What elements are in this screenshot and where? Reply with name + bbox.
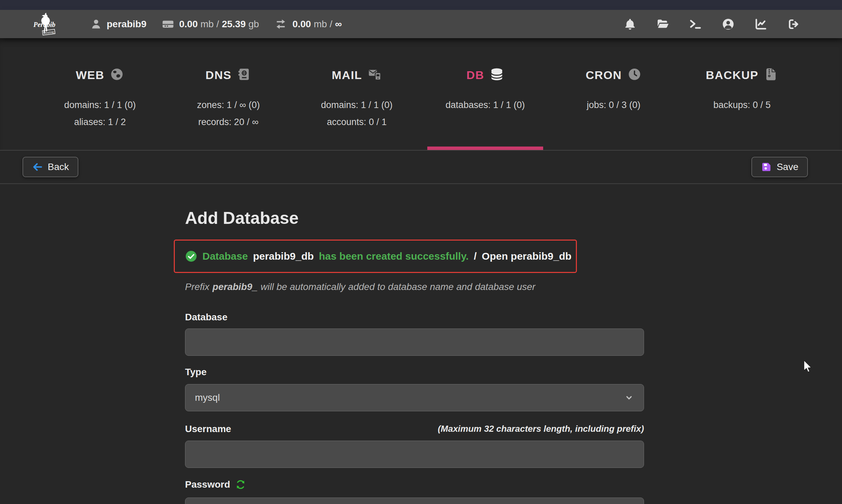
username-input[interactable] <box>185 441 644 468</box>
back-button-label: Back <box>48 162 69 172</box>
alert-text: Database <box>202 250 248 262</box>
tab-db[interactable]: DB databases: 1 / 1 (0) <box>421 38 549 150</box>
tab-mail[interactable]: MAIL domains: 1 / 1 (0) accounts: 0 / 1 <box>293 38 421 150</box>
top-dark-strip <box>0 0 842 10</box>
active-tab-indicator <box>427 147 543 150</box>
logo-wordmark: Perabib <box>33 21 55 28</box>
open-database-link[interactable]: Open perabib9_db <box>482 250 571 262</box>
app-logo[interactable]: Perabib Hosting <box>32 11 56 38</box>
alert-text: has been created successfully. <box>319 250 469 262</box>
hard-drive-icon <box>162 18 174 31</box>
tab-web-stat: aliases: 1 / 2 <box>36 113 164 131</box>
tab-mail-stat: accounts: 0 / 1 <box>293 113 421 131</box>
check-circle-icon <box>185 250 197 262</box>
header-username[interactable]: perabib9 <box>107 19 147 30</box>
password-label: Password <box>185 479 230 490</box>
tab-backup[interactable]: BACKUP backups: 0 / 5 <box>678 38 806 150</box>
tab-backup-label: BACKUP <box>706 68 758 82</box>
alert-separator: / <box>474 250 476 262</box>
tab-web-label: WEB <box>76 68 105 82</box>
folder-open-icon <box>656 18 669 31</box>
transfer-arrows-icon <box>274 17 288 31</box>
success-alert: Database perabib9_db has been created su… <box>174 240 577 273</box>
type-select[interactable]: mysql <box>185 384 644 411</box>
tab-db-label: DB <box>466 68 484 82</box>
generate-password-icon[interactable] <box>235 479 246 490</box>
save-button[interactable]: Save <box>751 157 808 177</box>
prefix-note: Prefix perabib9_ will be automatically a… <box>185 281 842 292</box>
database-input[interactable] <box>185 329 644 356</box>
database-icon <box>490 67 504 83</box>
type-select-value: mysql <box>195 392 220 403</box>
tab-backup-stat: backups: 0 / 5 <box>678 96 806 113</box>
bell-icon <box>624 18 637 31</box>
account-button[interactable] <box>722 18 735 31</box>
tab-db-stat: databases: 1 / 1 (0) <box>421 96 549 113</box>
prefix-value: perabib9_ <box>213 281 258 292</box>
sign-out-icon <box>787 18 800 31</box>
terminal-button[interactable] <box>689 18 702 31</box>
tab-dns-stat: records: 20 / ∞ <box>164 113 293 131</box>
tab-cron-stat: jobs: 0 / 3 (0) <box>549 96 678 113</box>
logout-button[interactable] <box>787 18 800 31</box>
arrow-left-icon <box>32 162 43 172</box>
tab-dns-stat: zones: 1 / ∞ (0) <box>164 96 293 113</box>
save-button-label: Save <box>777 162 798 172</box>
page-title: Add Database <box>185 210 842 227</box>
globe-icon <box>110 67 124 83</box>
clock-icon <box>627 67 642 83</box>
chevron-down-icon <box>624 393 634 403</box>
tab-cron-label: CRON <box>586 68 622 82</box>
tab-mail-stat: domains: 1 / 1 (0) <box>293 96 421 113</box>
user-circle-icon <box>722 18 735 31</box>
app-header: Perabib Hosting perabib9 0.00 mb / 25.39… <box>0 10 842 38</box>
bandwidth-usage: 0.00 mb / ∞ <box>292 19 342 30</box>
section-nav: WEB domains: 1 / 1 (0) aliases: 1 / 2 DN… <box>0 38 842 150</box>
database-label: Database <box>185 312 842 322</box>
floppy-disk-icon <box>761 162 772 172</box>
username-hint: (Maximum 32 characters length, including… <box>438 424 644 434</box>
type-label: Type <box>185 367 842 377</box>
action-toolbar: Back Save <box>0 150 842 184</box>
tab-dns-label: DNS <box>205 68 231 82</box>
password-input[interactable] <box>185 498 644 504</box>
tab-cron[interactable]: CRON jobs: 0 / 3 (0) <box>549 38 678 150</box>
mail-bulk-icon <box>368 67 382 83</box>
username-label: Username <box>185 424 231 434</box>
tab-web-stat: domains: 1 / 1 (0) <box>36 96 164 113</box>
notifications-button[interactable] <box>624 18 637 31</box>
user-info-bar: perabib9 0.00 mb / 25.39 gb 0.00 mb / ∞ <box>90 17 342 31</box>
back-button[interactable]: Back <box>22 157 78 177</box>
file-manager-button[interactable] <box>656 18 669 31</box>
user-icon <box>90 18 102 30</box>
terminal-icon <box>689 18 702 31</box>
tab-mail-label: MAIL <box>332 68 362 82</box>
tab-web[interactable]: WEB domains: 1 / 1 (0) aliases: 1 / 2 <box>36 38 164 150</box>
address-book-icon <box>237 67 251 83</box>
file-zipper-icon <box>764 67 778 83</box>
tab-dns[interactable]: DNS zones: 1 / ∞ (0) records: 20 / ∞ <box>164 38 293 150</box>
alert-db-name: perabib9_db <box>253 250 313 262</box>
disk-usage: 0.00 mb / 25.39 gb <box>179 19 259 30</box>
statistics-button[interactable] <box>754 18 767 31</box>
main-content: Add Database Database perabib9_db has be… <box>0 184 842 504</box>
chart-line-icon <box>754 18 767 31</box>
header-actions <box>624 18 800 31</box>
